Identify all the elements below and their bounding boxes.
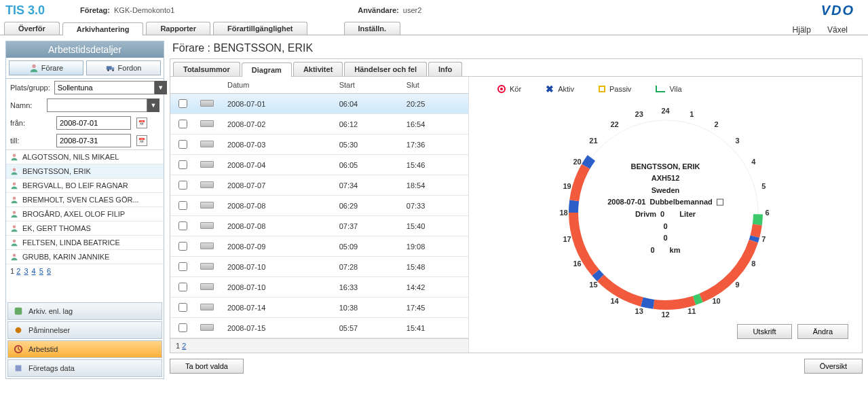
plats-input[interactable]	[54, 81, 155, 94]
row-checkbox[interactable]	[178, 323, 187, 332]
workspace: Arbetstidsdetaljer Förare Fordon Plats/g…	[0, 35, 868, 384]
subtab-vehicle-label: Fordon	[118, 64, 142, 72]
table-row[interactable]: 2008-07-0905:0919:08	[170, 236, 468, 257]
hour-label: 23	[635, 110, 643, 118]
hour-label: 6	[765, 209, 769, 217]
row-checkbox[interactable]	[178, 140, 187, 149]
driver-item[interactable]: BERGVALL, BO LEIF RAGNAR	[6, 179, 164, 193]
subtab-vehicle[interactable]: Fordon	[86, 60, 161, 75]
main-title: Förare : BENGTSSON, ERIK	[170, 41, 863, 58]
row-checkbox[interactable]	[178, 181, 187, 190]
from-date-input[interactable]	[56, 116, 131, 130]
table-row[interactable]: 2008-07-1410:3817:45	[170, 298, 468, 318]
to-date-input[interactable]	[56, 134, 131, 147]
main-tabs: Överför Arkivhantering Rapporter Förarti…	[0, 19, 868, 35]
cell-end: 19:08	[401, 236, 468, 257]
side-arkiv[interactable]: Arkiv. enl. lag	[7, 302, 162, 320]
pager-link[interactable]: 2	[16, 267, 20, 275]
clock-date: 2008-07-01	[607, 196, 645, 209]
driver-item[interactable]: ALGOTSSON, NILS MIKAEL	[6, 150, 164, 164]
tab-diagram[interactable]: Diagram	[242, 62, 292, 77]
driver-item[interactable]: FELTSEN, LINDA BEATRICE	[6, 236, 164, 250]
col-start[interactable]: Start	[334, 77, 401, 94]
card-icon	[200, 324, 214, 331]
tab-info[interactable]: Info	[428, 62, 462, 76]
row-checkbox[interactable]	[178, 221, 187, 230]
driver-item[interactable]: EK, GERT THOMAS	[6, 221, 164, 236]
driver-item[interactable]: BENGTSSON, ERIK	[6, 164, 164, 179]
name-input[interactable]	[47, 98, 147, 112]
link-help[interactable]: Hjälp	[793, 25, 811, 35]
table-row[interactable]: 2008-07-0106:0420:25	[170, 94, 468, 114]
calendar-icon[interactable]: 📅	[136, 118, 147, 128]
driver-item[interactable]: BROGÅRD, AXEL OLOF FILIP	[6, 207, 164, 221]
row-checkbox[interactable]	[178, 160, 187, 169]
tab-activity[interactable]: Aktivitet	[293, 62, 343, 76]
table-row[interactable]: 2008-07-0206:1216:54	[170, 114, 468, 135]
row-checkbox[interactable]	[178, 303, 187, 312]
cell-date: 2008-07-04	[222, 155, 334, 175]
tab-settings[interactable]: Inställn.	[344, 22, 401, 35]
tab-reports[interactable]: Rapporter	[146, 22, 210, 35]
pager-link[interactable]: 3	[24, 267, 28, 275]
activity-clock: BENGTSSON, ERIK AXH512 Sweden 2008-07-01…	[557, 104, 774, 321]
plats-dropdown-icon[interactable]: ▼	[155, 81, 167, 94]
hour-label: 14	[610, 297, 618, 305]
driver-name: BERGVALL, BO LEIF RAGNAR	[22, 181, 128, 190]
tab-availability[interactable]: Förartillgänglighet	[213, 22, 307, 35]
clock-drivm-label: Drivm	[635, 209, 656, 221]
hour-label: 11	[687, 307, 696, 315]
driver-item[interactable]: GRUBB, KARIN JANNIKE	[6, 250, 164, 264]
row-checkbox[interactable]	[178, 120, 187, 128]
row-checkbox[interactable]	[178, 99, 187, 108]
cell-start: 06:04	[334, 94, 401, 114]
delete-button[interactable]: Ta bort valda	[170, 359, 244, 374]
row-checkbox[interactable]	[178, 262, 187, 271]
side-reminder[interactable]: Påminnelser	[7, 321, 162, 339]
table-row[interactable]: 2008-07-1016:3314:42	[170, 277, 468, 298]
table-row[interactable]: 2008-07-0806:2907:33	[170, 196, 468, 216]
cell-date: 2008-07-10	[222, 257, 334, 277]
driver-item[interactable]: BREMHOLT, SVEN CLAES GÖR...	[6, 193, 164, 207]
pager-link[interactable]: 6	[47, 267, 51, 275]
hour-label: 19	[563, 182, 571, 190]
side-reminder-label: Påminnelser	[29, 326, 70, 334]
table-row[interactable]: 2008-07-0305:3017:36	[170, 135, 468, 155]
row-checkbox[interactable]	[178, 201, 187, 210]
tab-archive[interactable]: Arkivhantering	[62, 22, 144, 35]
tab-transfer[interactable]: Överför	[4, 22, 60, 35]
subtab-driver[interactable]: Förare	[9, 60, 83, 75]
change-button[interactable]: Ändra	[797, 324, 848, 339]
tab-events[interactable]: Händelser och fel	[344, 62, 427, 76]
table-row[interactable]: 2008-07-0707:3418:54	[170, 175, 468, 196]
crew-checkbox[interactable]	[717, 199, 723, 206]
name-dropdown-icon[interactable]: ▼	[147, 98, 159, 112]
overview-button[interactable]: Översikt	[804, 359, 863, 374]
col-date[interactable]: Datum	[222, 77, 334, 94]
svg-point-6	[13, 168, 16, 172]
pager-link[interactable]: 4	[32, 267, 36, 275]
calendar-icon[interactable]: 📅	[136, 135, 147, 146]
clock-country: Sweden	[605, 184, 727, 196]
company-value: KGK-Demokonto1	[114, 6, 174, 14]
hour-label: 1	[690, 110, 694, 118]
side-worktime[interactable]: Arbetstid	[7, 340, 162, 358]
side-company[interactable]: Företags data	[7, 359, 162, 377]
pager-link[interactable]: 5	[39, 267, 43, 275]
link-switch[interactable]: Växel	[827, 25, 848, 35]
table-row[interactable]: 2008-07-0807:3715:40	[170, 216, 468, 236]
col-end[interactable]: Slut	[401, 77, 468, 94]
pager-link[interactable]: 2	[182, 342, 186, 350]
svg-rect-2	[111, 67, 114, 70]
print-button[interactable]: Utskrift	[737, 324, 791, 339]
row-checkbox[interactable]	[178, 242, 187, 251]
row-checkbox[interactable]	[178, 283, 187, 291]
svg-rect-16	[16, 365, 22, 372]
table-row[interactable]: 2008-07-0406:0515:46	[170, 155, 468, 175]
chart-area: Kör ✖Aktiv Passiv Vila	[469, 77, 862, 353]
table-row[interactable]: 2008-07-1007:2815:48	[170, 257, 468, 277]
tab-totals[interactable]: Totalsummor	[173, 62, 240, 76]
hour-label: 7	[761, 235, 766, 243]
card-icon	[200, 263, 214, 270]
table-row[interactable]: 2008-07-1505:5715:41	[170, 318, 468, 338]
